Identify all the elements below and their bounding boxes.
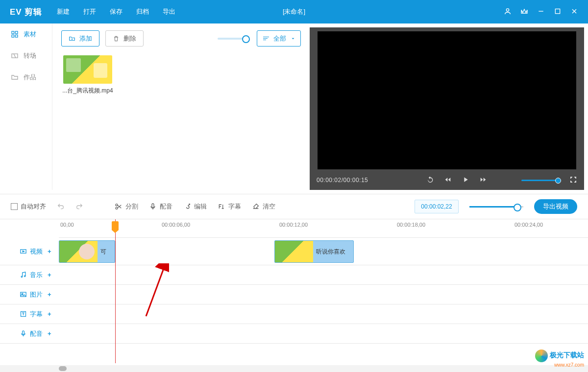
playhead[interactable] [115, 219, 116, 363]
timecode-display[interactable]: 00:00:02,22 [415, 200, 459, 213]
filter-icon [263, 37, 269, 40]
play-button[interactable] [462, 176, 469, 185]
side-tab-projects-label: 作品 [24, 73, 36, 82]
music-track-label: 音乐+ [0, 265, 59, 284]
thumbnail-size-slider[interactable] [218, 38, 247, 40]
add-image-track[interactable]: + [48, 291, 51, 298]
timeline: 00,00 00:00:06,00 00:00:12,00 00:00:18,0… [0, 219, 588, 372]
close-button[interactable] [570, 7, 578, 17]
chevron-down-icon [291, 36, 295, 41]
undo-button[interactable] [57, 203, 65, 210]
title-bar: EV 剪辑 新建 打开 保存 归档 导出 [未命名] [0, 0, 588, 23]
split-label: 分割 [125, 202, 138, 211]
side-tab-assets-label: 素材 [24, 30, 36, 39]
video-clip[interactable]: 可 [59, 240, 115, 263]
svg-rect-2 [555, 9, 560, 13]
svg-point-14 [116, 207, 118, 209]
vip-icon[interactable] [520, 7, 528, 17]
image-track[interactable]: 图片+ [0, 285, 588, 304]
side-tab-assets[interactable]: 素材 [0, 23, 52, 45]
dub-track-label: 配音+ [0, 324, 59, 343]
asset-filter-label: 全部 [273, 34, 286, 43]
add-asset-button[interactable]: 添加 [61, 30, 99, 46]
transition-icon [11, 52, 19, 60]
subtitle-label: 字幕 [228, 202, 241, 211]
subtitle-button[interactable]: 字幕 [218, 202, 241, 211]
asset-item[interactable]: ...台_腾讯视频.mp4 [61, 55, 114, 95]
svg-point-19 [21, 276, 23, 278]
video-icon [20, 248, 27, 255]
add-video-track[interactable]: + [48, 248, 51, 255]
dub-button[interactable]: 配音 [149, 202, 172, 211]
clip-label: 听说你喜欢 [313, 248, 345, 256]
auto-align-label: 自动对齐 [21, 202, 46, 211]
edit-label: 编辑 [194, 202, 207, 211]
music-icon [20, 271, 27, 279]
delete-asset-label: 删除 [123, 34, 136, 43]
edit-toolbar: 自动对齐 分割 配音 编辑 字幕 清空 00:00:02,22 导出视频 [0, 194, 588, 219]
ruler-tick: 00:00:18,00 [397, 222, 425, 228]
preview-time: 00:00:02/00:00:15 [317, 177, 368, 184]
minimize-button[interactable] [537, 7, 545, 17]
text-icon [20, 310, 27, 318]
side-tab-projects[interactable]: 作品 [0, 67, 52, 88]
grid-icon [11, 30, 19, 38]
video-track[interactable]: 视频+ 可 听说你喜欢 [0, 238, 588, 265]
document-name: [未命名] [283, 7, 305, 16]
dub-label: 配音 [160, 202, 172, 211]
timeline-ruler[interactable]: 00,00 00:00:06,00 00:00:12,00 00:00:18,0… [59, 219, 588, 238]
add-folder-icon [69, 35, 75, 42]
user-icon[interactable] [504, 7, 512, 17]
image-icon [20, 291, 27, 298]
asset-filter-select[interactable]: 全部 [257, 30, 301, 46]
preview-panel: 00:00:02/00:00:15 [310, 27, 584, 190]
clip-thumbnail [59, 241, 98, 262]
subtitle-track[interactable]: 字幕+ [0, 304, 588, 324]
add-asset-label: 添加 [79, 34, 92, 43]
playhead-handle[interactable] [112, 221, 119, 230]
menu-archive[interactable]: 归档 [129, 7, 156, 16]
asset-panel: 添加 删除 全部 ...台_腾讯视频.mp4 [52, 23, 310, 190]
menu-export[interactable]: 导出 [156, 7, 182, 16]
volume-slider[interactable] [521, 180, 560, 181]
prev-frame-button[interactable] [444, 176, 452, 185]
svg-point-13 [116, 204, 118, 206]
export-video-button[interactable]: 导出视频 [534, 199, 577, 214]
menu-save[interactable]: 保存 [103, 7, 129, 16]
watermark: 极光下载站 www.xz7.com [535, 349, 584, 368]
menu-open[interactable]: 打开 [76, 7, 103, 16]
replay-button[interactable] [426, 176, 434, 185]
split-button[interactable]: 分割 [115, 202, 138, 211]
side-tab-transitions-label: 转场 [24, 51, 36, 60]
preview-video-area[interactable] [318, 31, 576, 169]
clear-button[interactable]: 清空 [252, 202, 275, 211]
maximize-button[interactable] [554, 7, 562, 17]
redo-button[interactable] [75, 203, 83, 210]
add-subtitle-track[interactable]: + [48, 310, 51, 318]
music-track[interactable]: 音乐+ [0, 265, 588, 285]
next-frame-button[interactable] [479, 176, 487, 185]
svg-rect-17 [152, 204, 154, 208]
asset-filename: ...台_腾讯视频.mp4 [61, 87, 114, 95]
delete-asset-button[interactable]: 删除 [105, 30, 144, 46]
menu-new[interactable]: 新建 [50, 7, 76, 16]
ruler-tick: 00,00 [60, 222, 74, 228]
checkbox-icon [11, 203, 18, 210]
auto-align-checkbox[interactable]: 自动对齐 [11, 202, 46, 211]
scrollbar-thumb[interactable] [59, 366, 67, 371]
dub-track[interactable]: 配音+ [0, 324, 588, 344]
edit-button[interactable]: 编辑 [183, 202, 207, 211]
svg-point-20 [24, 276, 25, 277]
image-track-label: 图片+ [0, 285, 59, 304]
clip-label: 可 [98, 248, 106, 256]
side-tab-transitions[interactable]: 转场 [0, 45, 52, 67]
fullscreen-button[interactable] [569, 176, 577, 185]
timeline-scrollbar[interactable] [0, 365, 588, 372]
video-clip[interactable]: 听说你喜欢 [274, 240, 354, 263]
add-music-track[interactable]: + [48, 271, 51, 279]
add-dub-track[interactable]: + [48, 330, 51, 337]
video-track-label: 视频+ [0, 238, 59, 265]
ruler-tick: 00:00:12,00 [279, 222, 308, 228]
timeline-zoom-slider[interactable] [469, 206, 523, 208]
svg-line-10 [14, 54, 16, 58]
